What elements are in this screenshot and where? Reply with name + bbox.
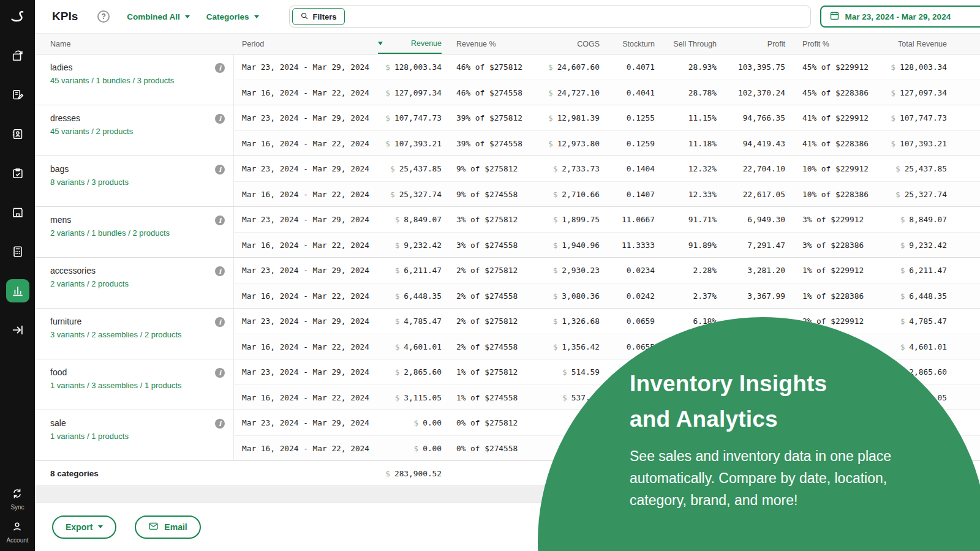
cell-cogs: $12,981.39: [522, 113, 600, 122]
filters-button-label: Filters: [313, 12, 337, 21]
filter-search-input[interactable]: Filters: [289, 6, 811, 28]
category-meta[interactable]: 2 variants / 1 bundles / 2 products: [50, 228, 225, 238]
info-icon[interactable]: i: [215, 114, 225, 124]
kpi-row[interactable]: Mar 23, 2024 - Mar 29, 2024$128,003.3446…: [234, 54, 980, 80]
info-icon[interactable]: i: [215, 63, 225, 73]
cell-total-revenue: $6,448.35: [883, 291, 947, 301]
kpi-row[interactable]: Mar 16, 2024 - Mar 22, 2024$6,448.352% o…: [234, 283, 980, 308]
filters-button[interactable]: Filters: [292, 8, 345, 25]
nav-calculator-icon[interactable]: [6, 240, 29, 263]
category-cell[interactable]: accessories2 variants / 2 productsi: [35, 258, 234, 308]
scope-dropdown[interactable]: Combined All: [127, 12, 190, 21]
category-cell[interactable]: ladies45 variants / 1 bundles / 3 produc…: [35, 54, 234, 105]
category-name: sale: [50, 418, 225, 428]
cell-profit: 102,370.24: [717, 88, 785, 97]
app-logo-swan-icon[interactable]: [6, 5, 29, 28]
category-name: accessories: [50, 266, 225, 276]
account-icon: [11, 520, 23, 535]
category-rows: Mar 23, 2024 - Mar 29, 2024$107,747.7339…: [234, 105, 980, 156]
category-meta[interactable]: 45 variants / 2 products: [50, 127, 225, 136]
cell-sell-through: 28.93%: [655, 62, 717, 72]
info-icon[interactable]: i: [215, 317, 225, 327]
col-revenue[interactable]: Revenue: [378, 34, 442, 54]
date-range-button[interactable]: Mar 23, 2024 - Mar 29, 2024: [820, 6, 980, 28]
category-cell[interactable]: mens2 variants / 1 bundles / 2 productsi: [35, 207, 234, 257]
nav-suppliers-icon[interactable]: [6, 122, 29, 146]
cell-profit: 3,281.20: [717, 266, 785, 275]
col-profit-pct[interactable]: Profit %: [785, 34, 883, 54]
cell-period: Mar 23, 2024 - Mar 29, 2024: [242, 113, 378, 122]
kpi-row[interactable]: Mar 16, 2024 - Mar 22, 2024$107,393.2139…: [234, 130, 980, 156]
category-cell[interactable]: bags8 variants / 3 productsi: [35, 156, 234, 206]
nav-reports-icon[interactable]: [6, 279, 29, 302]
sync-button[interactable]: Sync: [10, 487, 24, 511]
col-sell-through[interactable]: Sell Through: [655, 34, 717, 54]
account-button[interactable]: Account: [6, 520, 28, 544]
category-name: food: [50, 367, 225, 377]
cell-revenue: $25,437.85: [378, 164, 442, 173]
nav-purchase-orders-icon[interactable]: [6, 44, 29, 67]
nav-exit-icon[interactable]: [6, 318, 29, 342]
category-cell[interactable]: food1 variants / 3 assemblies / 1 produc…: [35, 359, 234, 410]
info-icon[interactable]: i: [215, 419, 225, 429]
kpi-row[interactable]: Mar 16, 2024 - Mar 22, 2024$25,327.749% …: [234, 181, 980, 206]
kpi-row[interactable]: Mar 23, 2024 - Mar 29, 2024$25,437.859% …: [234, 156, 980, 181]
kpi-row[interactable]: Mar 23, 2024 - Mar 29, 2024$4,785.472% o…: [234, 309, 980, 334]
cell-revenue: $107,747.73: [378, 113, 442, 122]
cell-profit: 7,291.47: [717, 241, 785, 250]
table-header: Name Period Revenue Revenue % COGS Stock…: [35, 34, 980, 54]
category-meta[interactable]: 1 variants / 1 products: [50, 432, 225, 441]
cell-profit-pct: 10% of $229912: [785, 164, 883, 173]
export-button[interactable]: Export: [52, 515, 116, 539]
category-meta[interactable]: 3 variants / 2 assemblies / 2 products: [50, 330, 225, 339]
cell-period: Mar 16, 2024 - Mar 22, 2024: [242, 190, 378, 199]
cell-revenue-pct: 0% of $275812: [442, 418, 522, 427]
cell-period: Mar 16, 2024 - Mar 22, 2024: [242, 88, 378, 97]
email-button[interactable]: Email: [135, 515, 200, 539]
cell-cogs: $24,607.60: [522, 62, 600, 72]
category-meta[interactable]: 2 variants / 2 products: [50, 279, 225, 288]
kpi-row[interactable]: Mar 23, 2024 - Mar 29, 2024$107,747.7339…: [234, 105, 980, 130]
info-icon[interactable]: i: [215, 216, 225, 225]
col-total-revenue[interactable]: Total Revenue: [883, 34, 947, 54]
cell-profit-pct: 45% of $228386: [785, 88, 883, 97]
col-revenue-pct[interactable]: Revenue %: [442, 34, 522, 54]
categories-count: 8 categories: [35, 469, 234, 478]
kpi-row[interactable]: Mar 23, 2024 - Mar 29, 2024$6,211.472% o…: [234, 258, 980, 283]
col-cogs[interactable]: COGS: [522, 34, 600, 54]
kpi-row[interactable]: Mar 23, 2024 - Mar 29, 2024$8,849.073% o…: [234, 207, 980, 232]
category-meta[interactable]: 1 variants / 3 assemblies / 1 products: [50, 381, 225, 390]
category-meta[interactable]: 45 variants / 1 bundles / 3 products: [50, 76, 225, 85]
col-period[interactable]: Period: [242, 34, 378, 54]
groupby-dropdown[interactable]: Categories: [206, 12, 259, 21]
category-meta[interactable]: 8 variants / 3 products: [50, 178, 225, 187]
cell-period: Mar 23, 2024 - Mar 29, 2024: [242, 266, 378, 275]
email-button-label: Email: [164, 522, 187, 532]
kpi-row[interactable]: Mar 16, 2024 - Mar 22, 2024$127,097.3446…: [234, 80, 980, 105]
info-icon[interactable]: i: [215, 165, 225, 174]
info-icon[interactable]: i: [215, 368, 225, 378]
category-cell[interactable]: sale1 variants / 1 productsi: [35, 410, 234, 460]
nav-stocktakes-icon[interactable]: [6, 162, 29, 185]
sort-desc-icon[interactable]: [378, 42, 383, 45]
cell-period: Mar 23, 2024 - Mar 29, 2024: [242, 367, 378, 377]
col-stockturn[interactable]: Stockturn: [600, 34, 655, 54]
col-profit[interactable]: Profit: [717, 34, 785, 54]
promo-body: See sales and inventory data in one plac…: [630, 446, 922, 512]
nav-stock-adjustments-icon[interactable]: [6, 83, 29, 107]
col-name[interactable]: Name: [35, 34, 234, 54]
cell-revenue: $0.00: [378, 418, 442, 427]
info-icon[interactable]: i: [215, 266, 225, 276]
sidebar: Sync Account: [0, 0, 35, 551]
cell-revenue-pct: 3% of $274558: [442, 241, 522, 250]
help-icon[interactable]: ?: [97, 10, 110, 23]
category-cell[interactable]: furniture3 variants / 2 assemblies / 2 p…: [35, 309, 234, 359]
nav-storefront-icon[interactable]: [6, 201, 29, 224]
category-group: ladies45 variants / 1 bundles / 3 produc…: [35, 54, 980, 105]
account-label: Account: [6, 537, 28, 544]
cell-profit: 94,766.35: [717, 113, 785, 122]
cell-profit-pct: 3% of $229912: [785, 215, 883, 224]
kpi-row[interactable]: Mar 16, 2024 - Mar 22, 2024$9,232.423% o…: [234, 232, 980, 257]
category-cell[interactable]: dresses45 variants / 2 productsi: [35, 105, 234, 156]
cell-period: Mar 16, 2024 - Mar 22, 2024: [242, 139, 378, 148]
